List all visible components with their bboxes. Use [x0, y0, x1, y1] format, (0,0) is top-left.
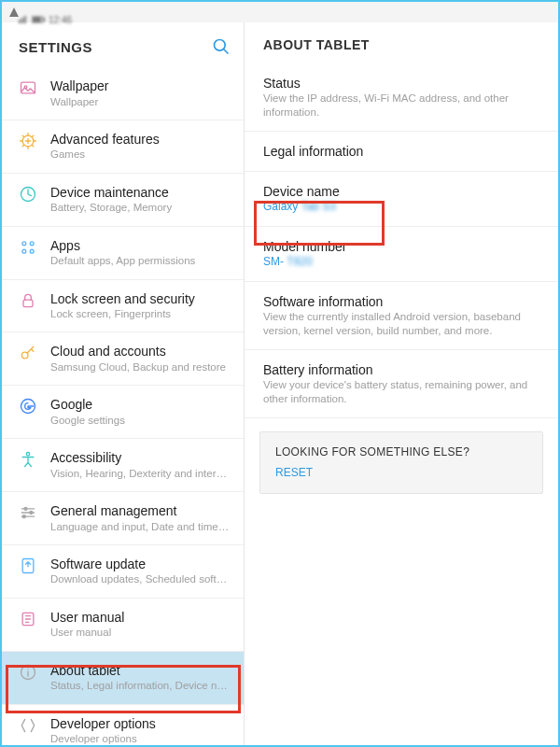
detail-legal-information[interactable]: Legal information	[245, 132, 558, 172]
footer-reset-link[interactable]: RESET	[275, 466, 313, 479]
lock-icon	[19, 291, 37, 310]
svg-point-20	[26, 453, 29, 456]
svg-point-16	[30, 249, 34, 253]
detail-row-title: Software information	[263, 293, 539, 310]
sidebar-item-cloud-and-accounts[interactable]: Cloud and accountsSamsung Cloud, Backup …	[2, 332, 244, 386]
svg-point-23	[22, 515, 25, 518]
sidebar-item-sub: Download updates, Scheduled software...	[50, 572, 231, 585]
sidebar-item-sub: Google settings	[50, 414, 231, 427]
sidebar-item-user-manual[interactable]: User manualUser manual	[2, 599, 244, 652]
sidebar-item-wallpaper[interactable]: WallpaperWallpaper	[2, 67, 244, 120]
detail-row-title: Legal information	[263, 143, 539, 160]
status-left-icon	[9, 7, 19, 17]
sidebar-item-device-maintenance[interactable]: Device maintenanceBattery, Storage, Memo…	[2, 174, 244, 227]
svg-point-15	[22, 249, 26, 253]
settings-sidebar: SETTINGS WallpaperWallpaperAdvanced feat…	[2, 22, 245, 745]
sidebar-item-general-management[interactable]: General managementLanguage and input, Da…	[2, 492, 244, 545]
detail-row-title: Status	[263, 75, 539, 92]
svg-marker-0	[9, 7, 19, 17]
detail-software-information[interactable]: Software informationView the currently i…	[245, 282, 558, 350]
sidebar-item-label: Apps	[50, 238, 231, 255]
detail-battery-information[interactable]: Battery informationView your device's ba…	[245, 350, 558, 418]
sidebar-item-sub: Games	[50, 148, 231, 161]
gear-plus-icon	[19, 132, 37, 150]
apps-icon	[19, 238, 37, 257]
google-icon	[19, 397, 37, 416]
sidebar-item-sub: Wallpaper	[50, 95, 231, 108]
sidebar-item-label: Software update	[50, 557, 231, 573]
detail-model-number[interactable]: Model numberSM- T820	[245, 227, 558, 282]
sidebar-item-label: Google	[50, 397, 231, 414]
svg-point-13	[22, 242, 26, 246]
detail-row-title: Device name	[263, 183, 539, 200]
sidebar-item-label: Developer options	[50, 716, 231, 733]
sliders-icon	[19, 503, 37, 522]
sidebar-item-sub: Language and input, Date and time, Res..…	[50, 520, 231, 533]
detail-row-value: Galaxy Tab S3	[263, 200, 539, 215]
search-button[interactable]	[212, 37, 231, 56]
svg-rect-17	[23, 300, 33, 307]
sidebar-item-about-tablet[interactable]: About tabletStatus, Legal information, D…	[2, 652, 244, 705]
sidebar-item-sub: Status, Legal information, Device name	[50, 679, 231, 692]
footer-card: LOOKING FOR SOMETHING ELSE? RESET	[259, 431, 543, 494]
sidebar-item-sub: Developer options	[50, 732, 231, 745]
maintenance-icon	[19, 185, 37, 204]
svg-line-8	[224, 49, 229, 54]
svg-point-7	[215, 40, 226, 51]
sidebar-item-developer-options[interactable]: Developer optionsDeveloper options	[2, 705, 244, 746]
sidebar-item-accessibility[interactable]: AccessibilityVision, Hearing, Dexterity …	[2, 439, 244, 492]
svg-point-14	[30, 242, 34, 246]
svg-point-21	[24, 507, 27, 510]
status-right: 12:46	[19, 0, 551, 25]
sidebar-item-sub: Samsung Cloud, Backup and restore	[50, 360, 231, 374]
sidebar-item-label: General management	[50, 503, 231, 520]
manual-icon	[19, 610, 37, 628]
search-icon	[212, 37, 231, 56]
detail-row-sub: View your device's battery status, remai…	[263, 378, 539, 406]
info-icon	[19, 663, 37, 682]
status-bar: 12:46	[2, 2, 558, 22]
sidebar-item-software-update[interactable]: Software updateDownload updates, Schedul…	[2, 545, 244, 599]
detail-title: ABOUT TABLET	[245, 37, 558, 63]
update-icon	[19, 557, 37, 575]
detail-pane: ABOUT TABLET StatusView the IP address, …	[245, 22, 558, 745]
footer-title: LOOKING FOR SOMETHING ELSE?	[275, 445, 527, 458]
sidebar-item-label: About tablet	[50, 663, 231, 680]
sidebar-item-apps[interactable]: AppsDefault apps, App permissions	[2, 227, 244, 280]
detail-device-name[interactable]: Device nameGalaxy Tab S3	[245, 172, 558, 227]
detail-row-title: Battery information	[263, 361, 539, 378]
sidebar-item-label: Advanced features	[50, 132, 231, 148]
accessibility-icon	[19, 450, 37, 469]
sidebar-item-advanced-features[interactable]: Advanced featuresGames	[2, 120, 244, 174]
sidebar-item-sub: Vision, Hearing, Dexterity and interacti…	[50, 467, 231, 480]
sidebar-item-label: Device maintenance	[50, 185, 231, 202]
svg-rect-6	[43, 18, 45, 21]
sidebar-item-label: Accessibility	[50, 450, 231, 467]
sidebar-item-label: Lock screen and security	[50, 291, 231, 308]
sidebar-item-label: Wallpaper	[50, 78, 231, 95]
wallpaper-icon	[19, 78, 37, 97]
sidebar-item-sub: Battery, Storage, Memory	[50, 201, 231, 214]
sidebar-item-label: Cloud and accounts	[50, 344, 231, 360]
developer-icon	[19, 716, 37, 735]
sidebar-item-sub: Default apps, App permissions	[50, 254, 231, 267]
svg-point-22	[30, 512, 33, 514]
sidebar-item-lock-screen-and-security[interactable]: Lock screen and securityLock screen, Fin…	[2, 280, 244, 333]
detail-status[interactable]: StatusView the IP address, Wi-Fi MAC add…	[245, 63, 558, 132]
key-icon	[19, 344, 37, 362]
detail-row-sub: View the currently installed Android ver…	[263, 310, 539, 338]
detail-row-title: Model number	[263, 238, 539, 255]
settings-title: SETTINGS	[19, 39, 92, 55]
sidebar-item-sub: User manual	[50, 626, 231, 639]
sidebar-item-google[interactable]: GoogleGoogle settings	[2, 386, 244, 439]
detail-row-sub: View the IP address, Wi-Fi MAC address, …	[263, 92, 539, 120]
sidebar-item-label: User manual	[50, 610, 231, 627]
detail-row-value: SM- T820	[263, 255, 539, 270]
sidebar-item-sub: Lock screen, Fingerprints	[50, 307, 231, 320]
